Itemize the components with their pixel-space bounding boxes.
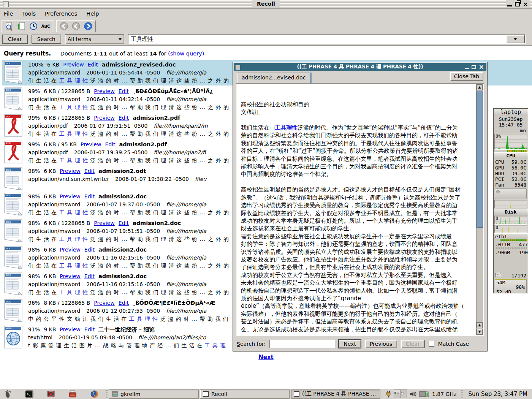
result-date: 2006-01-07 19:39:25 -0500 (74, 149, 148, 155)
result-size: 6 KB / 1228865 B (44, 220, 90, 226)
find-previous-button[interactable]: Previous (365, 340, 397, 348)
task-preview-active[interactable]: ((工 PHRASE 4 具 PHRASE ... (291, 390, 380, 399)
task-gkrellm[interactable]: gkrellm (109, 390, 199, 399)
query-document-icon[interactable] (4, 21, 14, 31)
preview-link[interactable]: Preview (94, 115, 115, 121)
workspace-3[interactable] (394, 394, 400, 398)
result-relevance: 98% (28, 273, 40, 279)
workspace-1[interactable] (394, 390, 400, 394)
search-bar: Clear Search All terms (0, 33, 532, 45)
search-mode-select[interactable]: All terms (65, 34, 124, 44)
preview-link[interactable]: Preview (60, 193, 81, 200)
history-clock-icon[interactable] (28, 21, 38, 31)
query-input[interactable] (128, 34, 526, 44)
close-button[interactable]: × (523, 1, 528, 8)
menu-file[interactable]: File (4, 11, 13, 17)
result-size: 6 KB (47, 62, 59, 68)
find-next-button[interactable]: Next (339, 340, 361, 348)
xkill-icon[interactable] (46, 390, 55, 399)
window-menu-icon[interactable] (236, 65, 240, 70)
back-icon[interactable] (71, 21, 81, 31)
panel-handle[interactable] (461, 390, 463, 398)
minimize-button[interactable] (465, 68, 469, 69)
maximize-button[interactable] (472, 65, 476, 69)
preview-title-bar[interactable]: ((工 PHRASE 4 具 PHRASE 4 理 PHRASE 4 性)) × (234, 63, 486, 71)
edit-link[interactable]: Edit (84, 273, 95, 279)
edit-link[interactable]: Edit (84, 193, 95, 200)
cpufreq-battery-icon[interactable] (419, 390, 429, 398)
search-button[interactable]: Search (32, 35, 61, 44)
vertical-scrollbar[interactable] (476, 84, 483, 335)
preview-link[interactable]: Preview (94, 300, 115, 306)
highlighted-term: 工 具 理 性 (59, 289, 88, 295)
window-menu-icon[interactable] (3, 2, 9, 7)
find-clear-button[interactable]: Clear (401, 340, 425, 348)
nav-first-back-icon[interactable] (59, 21, 69, 31)
edit-link[interactable]: Edit (84, 247, 95, 253)
workspace-2[interactable] (401, 390, 407, 394)
mail-row: 1/192 (494, 273, 528, 279)
edit-link[interactable]: Edit (105, 141, 115, 147)
restore-button[interactable] (515, 2, 520, 6)
preview-link[interactable]: Preview (63, 62, 84, 68)
edit-link[interactable]: Edit (84, 326, 95, 332)
result-filename: admission2.pdf (119, 141, 167, 147)
scroll-up-button-bottom[interactable] (477, 322, 483, 328)
edit-link[interactable]: Edit (119, 115, 129, 121)
minimize-button[interactable] (507, 5, 512, 6)
preview-link[interactable]: Preview (60, 168, 81, 174)
toolbar-group-nav (56, 20, 96, 32)
power-plug-icon[interactable] (385, 390, 391, 398)
forward-icon[interactable] (83, 21, 93, 31)
preview-link[interactable]: Preview (60, 247, 81, 253)
menu-preferences[interactable]: Preferences (45, 11, 77, 17)
panel-handle[interactable] (106, 390, 108, 398)
svg-text:DOC: DOC (6, 301, 11, 303)
term-explorer-icon[interactable]: ÂBĈ (41, 21, 51, 31)
firefox-icon[interactable] (90, 390, 99, 399)
edit-link[interactable]: Edit (84, 168, 95, 174)
task-recoll[interactable]: Recoll (200, 390, 290, 399)
workspace-switcher[interactable] (394, 390, 407, 398)
gnome-menu-icon[interactable] (3, 390, 12, 399)
show-query-link[interactable]: (show query) (168, 51, 204, 57)
menu-help[interactable]: Help (86, 11, 99, 17)
edit-link[interactable]: Edit (88, 62, 98, 68)
scroll-up-button[interactable] (477, 84, 483, 90)
preview-text-panel[interactable]: 高校招生的社会功能和目的 文/钱江 我们生活在□工具理性泛滥的时代。作为“世之显… (236, 83, 484, 336)
edit-link[interactable]: Edit (119, 88, 129, 94)
next-page-link[interactable]: Next (258, 354, 274, 361)
result-url: file:///home/qian2/fi (154, 149, 206, 155)
preview-tab[interactable]: admission2...evised.doc (237, 73, 312, 83)
result-url: file:///home/qia (166, 281, 206, 287)
match-case-checkbox[interactable] (429, 341, 434, 347)
workspace-4[interactable] (401, 394, 407, 398)
volume-icon[interactable] (409, 391, 417, 397)
clear-button[interactable]: Clear (2, 35, 28, 44)
menu-tools[interactable]: Tools (22, 11, 36, 17)
result-url: file:///home/qia (166, 228, 206, 234)
scroll-down-button[interactable] (477, 329, 483, 335)
query-history-dropdown[interactable] (506, 35, 525, 43)
edit-link[interactable]: Edit (119, 300, 129, 306)
clock-area[interactable]: Sun Sep 23, 3:47 PM (460, 389, 532, 399)
close-button[interactable]: × (479, 63, 484, 70)
find-input[interactable] (269, 340, 335, 348)
highlighted-term: 工 具 理 (205, 342, 226, 348)
preview-link[interactable]: Preview (94, 220, 115, 226)
result-size: 6 KB / 1228865 B (44, 88, 90, 94)
mail-icon (495, 273, 501, 277)
scrollbar-thumb[interactable] (477, 91, 483, 228)
close-tab-button[interactable]: Close Tab (450, 72, 483, 81)
title-bar[interactable]: Recoll × (0, 0, 532, 9)
preview-link[interactable]: Preview (60, 326, 81, 332)
result-date: 2006-01-12 00:27:53 -0500 (86, 308, 160, 314)
preview-link[interactable]: Preview (94, 88, 115, 94)
preview-link[interactable]: Preview (60, 273, 81, 279)
gkrellm-window[interactable]: laptop Sun23Sep 15:47 05 mo 0% CPU CPU59… (493, 108, 528, 293)
sort-icon[interactable] (16, 21, 26, 31)
edit-link[interactable]: Edit (119, 220, 129, 226)
preview-link[interactable]: Preview (81, 141, 101, 147)
terminal-icon[interactable] (25, 390, 34, 399)
typewriter-icon[interactable] (68, 390, 77, 399)
